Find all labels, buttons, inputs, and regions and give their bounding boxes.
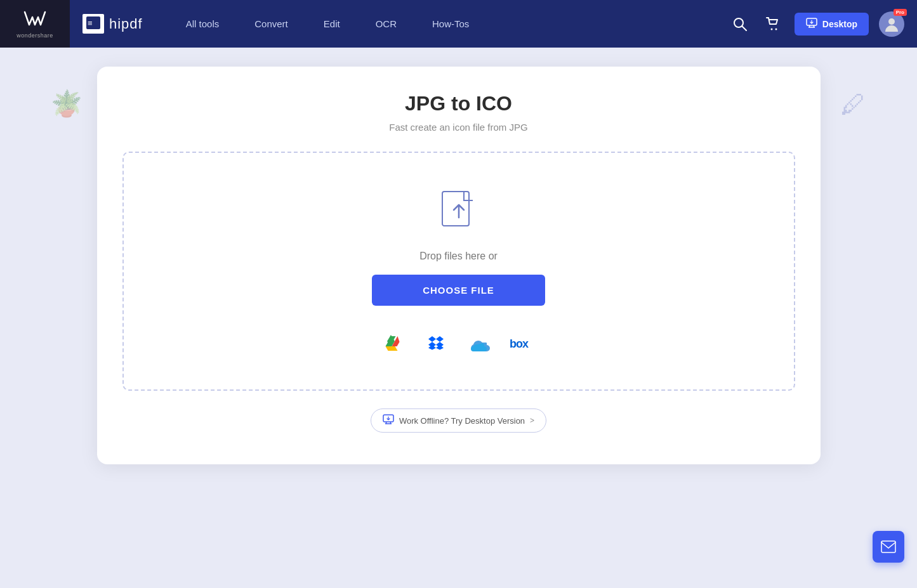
desktop-promo-text: Work Offline? Try Desktop Version (399, 416, 525, 426)
desktop-button-icon (806, 18, 817, 30)
wondershare-logo[interactable]: wondershare (0, 0, 70, 48)
hipdf-name: hipdf (109, 16, 143, 32)
nav-convert[interactable]: Convert (237, 0, 306, 48)
cart-icon[interactable] (762, 13, 784, 36)
user-avatar-wrap: Pro (879, 11, 904, 37)
svg-point-4 (770, 28, 772, 30)
nav-all-tools[interactable]: All tools (168, 0, 237, 48)
desktop-promo-arrow: > (530, 416, 534, 425)
svg-line-3 (742, 26, 746, 30)
desktop-button-label: Desktop (822, 19, 857, 29)
page-subtitle: Fast create an icon file from JPG (122, 122, 795, 133)
drop-text: Drop files here or (419, 251, 498, 262)
desktop-button[interactable]: Desktop (795, 13, 869, 36)
nav-ocr[interactable]: OCR (358, 0, 414, 48)
search-icon[interactable] (729, 13, 751, 36)
svg-rect-21 (881, 541, 895, 552)
choose-file-button[interactable]: CHOOSE FILE (372, 275, 545, 306)
nav-links: All tools Convert Edit OCR How-Tos (168, 0, 729, 48)
google-drive-button[interactable] (380, 330, 408, 358)
desktop-promo-link[interactable]: Work Offline? Try Desktop Version > (371, 408, 546, 433)
box-button[interactable]: box (510, 330, 538, 358)
nav-edit[interactable]: Edit (306, 0, 358, 48)
svg-point-10 (888, 18, 895, 25)
main-card: JPG to ICO Fast create an icon file from… (97, 67, 821, 464)
floating-email-button[interactable] (873, 531, 904, 563)
svg-text:≡: ≡ (88, 18, 93, 28)
svg-text:box: box (510, 337, 529, 350)
navbar: wondershare ≡ hipdf All tools Convert Ed… (0, 0, 917, 48)
nav-how-tos[interactable]: How-Tos (414, 0, 487, 48)
upload-icon (440, 191, 478, 238)
nav-actions: Desktop Pro (729, 11, 904, 37)
desktop-promo-icon (383, 414, 394, 427)
hipdf-logo-icon: ≡ (82, 14, 104, 34)
drop-zone[interactable]: Drop files here or CHOOSE FILE (122, 152, 795, 391)
wondershare-label: wondershare (16, 32, 53, 39)
desktop-promo: Work Offline? Try Desktop Version > (122, 408, 795, 433)
dropbox-button[interactable] (423, 330, 451, 358)
cloud-service-icons: box (380, 330, 538, 358)
hipdf-brand[interactable]: ≡ hipdf (82, 14, 143, 34)
pro-badge: Pro (894, 9, 907, 16)
main-content: JPG to ICO Fast create an icon file from… (0, 48, 917, 502)
onedrive-button[interactable] (466, 330, 494, 358)
svg-point-5 (775, 28, 777, 30)
wondershare-icon (23, 10, 46, 31)
page-title: JPG to ICO (122, 92, 795, 115)
